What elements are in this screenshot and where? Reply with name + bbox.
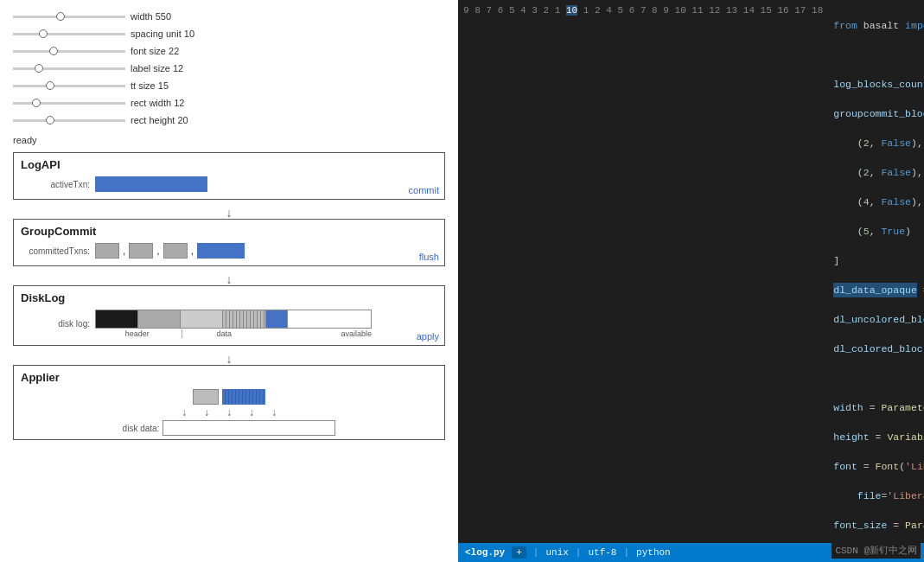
left-panel: width 550 spacing unit 10 font size 22 l… bbox=[0, 0, 458, 562]
slider-label-rectwidth: rect width 12 bbox=[131, 98, 184, 108]
slider-thumb-rectheight[interactable] bbox=[46, 116, 54, 125]
dlog-striped bbox=[222, 310, 264, 328]
applier-box: Applier ↓ ↓ ↓ ↓ ↓ disk data: bbox=[13, 365, 445, 440]
dlog-blue bbox=[265, 310, 287, 328]
code-line-12: dl_colored_blocks = 5 bbox=[833, 342, 917, 356]
committedtxns-label: committedTxns: bbox=[21, 246, 90, 256]
sb-plus: + bbox=[512, 546, 526, 559]
slider-label-rectheight: rect height 20 bbox=[131, 115, 188, 125]
ln-9: 9 bbox=[463, 5, 469, 16]
sb-sep2: | bbox=[576, 547, 582, 558]
slider-track-fontsize[interactable] bbox=[13, 50, 125, 53]
slider-label-fontsize: font size 22 bbox=[131, 46, 179, 56]
slider-thumb-fontsize[interactable] bbox=[49, 47, 58, 55]
code-line-empty1 bbox=[833, 371, 917, 386]
dlog-white bbox=[287, 310, 371, 328]
slider-thumb-spacing[interactable] bbox=[39, 29, 48, 38]
committed-block-2 bbox=[129, 243, 153, 259]
arrow-3: ↓ bbox=[226, 406, 232, 418]
sb-sep3: | bbox=[623, 547, 629, 558]
arrow-1: ↓ bbox=[182, 406, 187, 418]
ln-17: 17 bbox=[794, 5, 806, 16]
code-line-6: (2, False), bbox=[833, 165, 917, 180]
ln-7b: 7 bbox=[640, 5, 647, 16]
slider-track-rectwidth[interactable] bbox=[13, 102, 125, 105]
applier-top-blocks bbox=[193, 389, 265, 405]
ln-7: 7 bbox=[486, 5, 492, 16]
comma-2: , bbox=[156, 245, 159, 257]
ln-5b: 5 bbox=[617, 5, 623, 16]
ln-1b: 1 bbox=[583, 5, 589, 16]
arrows-down-multi: ↓ ↓ ↓ ↓ ↓ bbox=[182, 406, 277, 418]
flush-link[interactable]: flush bbox=[419, 252, 439, 262]
slider-rectheight[interactable]: rect height 20 bbox=[13, 112, 445, 128]
code-line-1: from basalt import * bbox=[833, 18, 917, 33]
disklog-title: DiskLog bbox=[21, 291, 437, 304]
slider-thumb-rectwidth[interactable] bbox=[32, 99, 41, 107]
ln-6: 6 bbox=[498, 5, 504, 16]
disklog-box: DiskLog disk log: header data available bbox=[13, 285, 445, 346]
slider-track-spacing[interactable] bbox=[13, 33, 125, 35]
ln-16: 16 bbox=[777, 5, 788, 16]
ln-10b: 10 bbox=[675, 5, 686, 16]
sb-sep1: | bbox=[533, 547, 539, 558]
groupcommit-box: GroupCommit committedTxns: , , , flush bbox=[13, 219, 445, 266]
slider-track-ttsize[interactable] bbox=[13, 85, 125, 87]
disk-data-label: disk data: bbox=[123, 424, 160, 433]
slider-track-width[interactable] bbox=[13, 16, 125, 18]
ln-18: 18 bbox=[812, 5, 823, 16]
disk-data-bar bbox=[162, 420, 335, 436]
committed-block-3 bbox=[163, 243, 188, 259]
disklog-row: disk log: header data available bbox=[21, 310, 437, 338]
sliders-section: width 550 spacing unit 10 font size 22 l… bbox=[13, 9, 445, 128]
slider-track-labelsize[interactable] bbox=[13, 67, 125, 70]
applier-container: ↓ ↓ ↓ ↓ ↓ disk data: bbox=[21, 389, 437, 436]
ln-15: 15 bbox=[761, 5, 772, 16]
dlog-gray2 bbox=[180, 310, 222, 328]
slider-track-rectheight[interactable] bbox=[13, 119, 125, 122]
app-gray-block bbox=[193, 389, 219, 405]
dlog-lbl-header: header bbox=[95, 329, 182, 338]
dlog-lbl-data: data bbox=[182, 329, 267, 338]
groupcommit-row: committedTxns: , , , bbox=[21, 243, 437, 259]
ln-13: 13 bbox=[726, 5, 737, 16]
slider-label-spacing: spacing unit 10 bbox=[131, 29, 194, 39]
ln-3: 3 bbox=[532, 5, 538, 16]
arrow-5: ↓ bbox=[271, 406, 277, 418]
disk-log-labels: header data available bbox=[95, 329, 372, 338]
code-content[interactable]: from basalt import * log_blocks_count = … bbox=[826, 0, 924, 543]
code-line-13: width = Parameter('width', 550, 300, 700… bbox=[833, 400, 917, 415]
dlog-lbl-avail: available bbox=[266, 329, 372, 338]
code-line-15: font = Font('Liberation Serif', bbox=[833, 459, 917, 474]
commit-link[interactable]: commit bbox=[409, 185, 439, 195]
code-line-14: height = Variable(name='height') bbox=[833, 430, 917, 444]
watermark: CSDN @新钉中之网 bbox=[832, 542, 921, 559]
sb-encoding: unix bbox=[545, 547, 568, 558]
slider-thumb-width[interactable] bbox=[56, 12, 65, 21]
code-line-5: (2, False), bbox=[833, 136, 917, 150]
ln-9b: 9 bbox=[663, 5, 669, 16]
slider-thumb-labelsize[interactable] bbox=[35, 64, 43, 73]
slider-fontsize[interactable]: font size 22 bbox=[13, 43, 445, 59]
code-line-11: dl_uncolored_blocks = 8 bbox=[833, 312, 917, 327]
ln-4b: 4 bbox=[606, 5, 612, 16]
dlog-gray1 bbox=[137, 310, 180, 328]
slider-rectwidth[interactable]: rect width 12 bbox=[13, 95, 445, 111]
slider-ttsize[interactable]: tt size 15 bbox=[13, 78, 445, 93]
comma-3: , bbox=[191, 245, 194, 257]
arrow-down-3: ↓ bbox=[13, 353, 445, 365]
right-panel: 9 8 7 6 5 4 3 2 1 10 1 2 4 5 6 7 8 9 10 … bbox=[458, 0, 924, 562]
apply-link[interactable]: apply bbox=[417, 331, 439, 342]
committed-block-1 bbox=[95, 243, 119, 259]
slider-thumb-ttsize[interactable] bbox=[46, 81, 54, 90]
slider-width[interactable]: width 550 bbox=[13, 9, 445, 24]
slider-spacing[interactable]: spacing unit 10 bbox=[13, 26, 445, 42]
slider-label-ttsize: tt size 15 bbox=[131, 80, 169, 91]
code-line-3: log_blocks_count = 15 bbox=[833, 77, 917, 92]
slider-label-labelsize: label size 12 bbox=[131, 63, 183, 73]
slider-labelsize[interactable]: label size 12 bbox=[13, 61, 445, 76]
ln-5: 5 bbox=[509, 5, 515, 16]
logapi-row: activeTxn: bbox=[21, 176, 437, 192]
logapi-box: LogAPI activeTxn: commit bbox=[13, 152, 445, 200]
code-line-9: ] bbox=[833, 253, 917, 268]
